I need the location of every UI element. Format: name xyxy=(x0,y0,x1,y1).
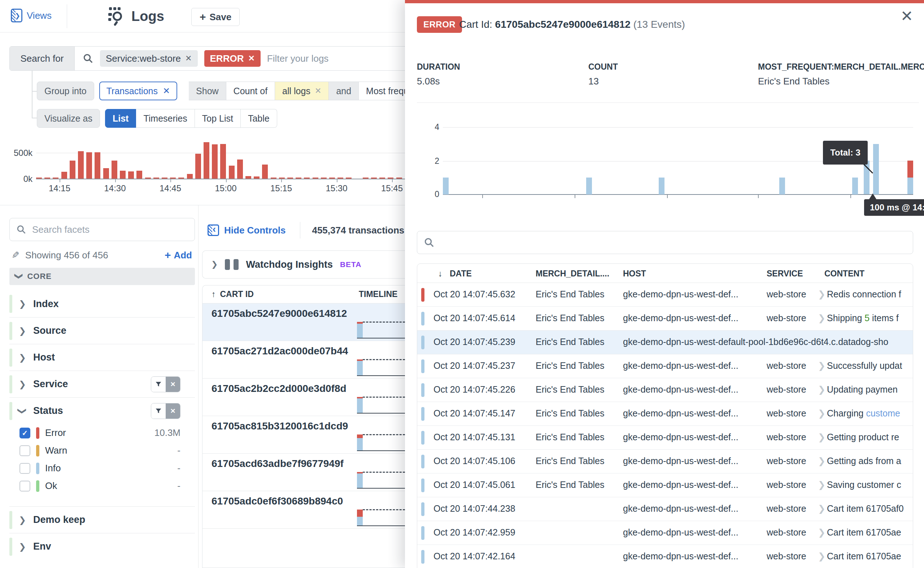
core-section-header[interactable]: ❯ CORE xyxy=(9,268,195,285)
facet-value-info[interactable]: Info- xyxy=(9,459,195,477)
histogram-bar[interactable] xyxy=(229,166,234,179)
events-histogram[interactable]: 4 2 0 Total: 3 100 ms @ 14:07:45 xyxy=(405,119,924,224)
facet-value-warn[interactable]: Warn- xyxy=(9,442,195,459)
filter-chip-service[interactable]: Service:web-store ✕ xyxy=(100,50,198,67)
histogram-bar[interactable] xyxy=(153,178,159,179)
histogram-bar[interactable] xyxy=(61,172,67,179)
checkbox[interactable] xyxy=(20,481,30,491)
histogram-bar[interactable] xyxy=(220,144,226,179)
clear-filter-icon[interactable]: ✕ xyxy=(166,377,180,392)
facet-group-demo-keep[interactable]: ❯Demo keep xyxy=(9,506,195,533)
histogram-bar[interactable] xyxy=(279,178,285,179)
event-row[interactable]: Oct 20 14:07:45.239Eric's End Tablesgke-… xyxy=(417,331,913,354)
count-of-select[interactable]: Count of xyxy=(226,82,275,100)
histogram-bar[interactable] xyxy=(329,178,335,179)
all-logs-chip[interactable]: all logs ✕ xyxy=(275,82,329,100)
content-column-header[interactable]: CONTENT xyxy=(824,269,865,279)
histogram-bar[interactable] xyxy=(371,178,377,179)
histogram-bar[interactable] xyxy=(187,174,193,179)
host-column-header[interactable]: HOST xyxy=(623,269,646,279)
histogram-bar[interactable] xyxy=(237,160,243,179)
remove-chip-icon[interactable]: ✕ xyxy=(185,54,192,63)
histogram-bar[interactable] xyxy=(136,171,142,179)
histogram-bar[interactable] xyxy=(363,178,369,179)
facet-group-env[interactable]: ❯Env xyxy=(9,533,195,560)
histogram-bar[interactable] xyxy=(120,171,126,179)
histogram-bar[interactable] xyxy=(145,178,151,179)
events-search-input[interactable] xyxy=(417,231,913,254)
histogram-bar[interactable] xyxy=(271,178,277,179)
event-row[interactable]: Oct 20 14:07:45.131Eric's End Tablesgke-… xyxy=(417,426,913,450)
date-column-header[interactable]: DATE xyxy=(450,269,472,279)
histogram-bar[interactable] xyxy=(212,144,218,179)
facet-search-input[interactable]: Search facets xyxy=(9,218,195,241)
event-row[interactable]: Oct 20 14:07:45.106Eric's End Tablesgke-… xyxy=(417,450,913,473)
event-row[interactable]: Oct 20 14:07:45.614Eric's End Tablesgke-… xyxy=(417,307,913,331)
content-link[interactable]: custome xyxy=(866,408,900,418)
merch-column-header[interactable]: MERCH_DETAIL.... xyxy=(535,269,609,279)
event-row[interactable]: Oct 20 14:07:45.147Eric's End Tablesgke-… xyxy=(417,402,913,426)
histogram-bar[interactable] xyxy=(245,176,251,179)
search-input[interactable]: Filter your logs xyxy=(267,53,329,64)
histogram-bar[interactable] xyxy=(287,178,293,179)
event-row[interactable]: Oct 20 14:07:45.061Eric's End Tablesgke-… xyxy=(417,473,913,497)
viz-option-timeseries[interactable]: Timeseries xyxy=(136,109,195,128)
histogram-bar[interactable] xyxy=(321,178,327,179)
event-row[interactable]: Oct 20 14:07:45.632Eric's End Tablesgke-… xyxy=(417,283,913,307)
remove-chip-icon[interactable]: ✕ xyxy=(163,86,170,96)
histogram-bar[interactable] xyxy=(170,178,176,179)
sort-desc-icon[interactable]: ↓ xyxy=(438,269,443,279)
filter-icon[interactable] xyxy=(151,377,166,392)
viz-option-list[interactable]: List xyxy=(105,109,136,128)
histogram-bar[interactable] xyxy=(296,178,301,179)
histogram-bar[interactable] xyxy=(380,178,385,179)
histogram-bar[interactable] xyxy=(112,160,117,179)
remove-chip-icon[interactable]: ✕ xyxy=(248,54,254,63)
filter-chip-error[interactable]: ERROR ✕ xyxy=(204,50,261,67)
save-button[interactable]: + Save xyxy=(191,8,240,26)
facet-group-source[interactable]: ❯Source xyxy=(9,317,195,344)
event-row[interactable]: Oct 20 14:07:42.164gke-demo-dpn-us-west-… xyxy=(417,545,913,568)
close-icon[interactable]: ✕ xyxy=(901,7,913,25)
facet-group-status[interactable]: ❯Status✕ xyxy=(9,397,195,424)
viz-option-table[interactable]: Table xyxy=(241,109,277,128)
histogram-bar[interactable] xyxy=(103,168,109,179)
facet-value-error[interactable]: ✓Error10.3M xyxy=(9,424,195,442)
pencil-icon[interactable]: ✎ xyxy=(12,250,20,261)
event-row[interactable]: Oct 20 14:07:42.959gke-demo-dpn-us-west-… xyxy=(417,521,913,545)
histogram-bar[interactable] xyxy=(313,178,318,179)
service-column-header[interactable]: SERVICE xyxy=(767,269,803,279)
add-facet-button[interactable]: + Add xyxy=(165,249,192,261)
views-link[interactable]: Views xyxy=(11,9,51,23)
event-row[interactable]: Oct 20 14:07:44.238gke-demo-dpn-us-west-… xyxy=(417,497,913,521)
transaction-row[interactable]: 61705acd63adbe7f9677949f xyxy=(203,453,405,491)
histogram-bar[interactable] xyxy=(262,165,268,179)
remove-chip-icon[interactable]: ✕ xyxy=(315,86,321,96)
histogram-bar[interactable] xyxy=(78,151,84,179)
histogram-bar[interactable] xyxy=(162,178,168,179)
histogram-bar[interactable] xyxy=(36,178,42,179)
event-row[interactable]: Oct 20 14:07:45.226Eric's End Tablesgke-… xyxy=(417,378,913,402)
histogram-bar[interactable] xyxy=(70,160,76,179)
filter-icon[interactable] xyxy=(151,403,166,418)
checkbox[interactable]: ✓ xyxy=(20,428,30,438)
transaction-row[interactable]: 61705ac2b2cc2d000e3d0f8d xyxy=(203,379,405,416)
hide-controls-button[interactable]: Hide Controls xyxy=(207,224,286,236)
histogram-bar[interactable] xyxy=(128,171,134,179)
histogram-bar[interactable] xyxy=(346,178,352,179)
log-volume-histogram[interactable]: 500k 0k 14:1514:3014:4515:0015:1515:3015… xyxy=(11,136,405,198)
histogram-bar[interactable] xyxy=(204,142,209,179)
histogram-bar[interactable] xyxy=(254,177,260,179)
transaction-row[interactable]: 61705ac815b3120016c1dcd9 xyxy=(203,416,405,453)
event-row[interactable]: Oct 20 14:07:45.237Eric's End Tablesgke-… xyxy=(417,354,913,378)
transaction-row[interactable]: 61705abc5247e9000e614812 xyxy=(203,304,405,341)
watchdog-insights-panel[interactable]: ❯ Watchdog Insights BETA xyxy=(202,251,405,279)
transaction-row[interactable]: 61705adc0ef6f30689b894c0 xyxy=(203,491,405,529)
group-chip-transactions[interactable]: Transactions ✕ xyxy=(99,82,177,100)
facet-group-host[interactable]: ❯Host xyxy=(9,344,195,371)
checkbox[interactable] xyxy=(20,463,30,474)
histogram-bar[interactable] xyxy=(396,178,402,179)
histogram-bar[interactable] xyxy=(195,154,201,179)
viz-option-top-list[interactable]: Top List xyxy=(195,109,241,128)
histogram-bar[interactable] xyxy=(95,152,100,179)
